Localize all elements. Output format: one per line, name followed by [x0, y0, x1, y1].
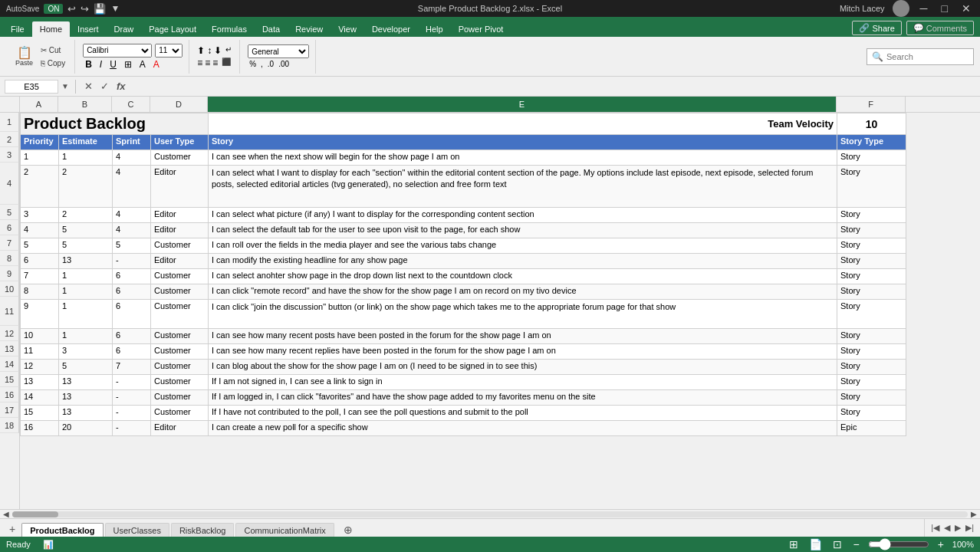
- cell-C3[interactable]: 4: [113, 150, 151, 166]
- cell-F6[interactable]: Story: [837, 223, 906, 238]
- row-num-18[interactable]: 18: [0, 418, 19, 433]
- nav-first-icon[interactable]: |◀: [931, 523, 939, 533]
- cell-D4[interactable]: Editor: [151, 166, 209, 208]
- zoom-out-icon[interactable]: −: [850, 538, 861, 550]
- cell-B9[interactable]: 1: [59, 269, 113, 284]
- col-header-C[interactable]: C: [112, 97, 150, 112]
- nav-last-icon[interactable]: ▶|: [965, 523, 974, 533]
- cell-E7[interactable]: I can roll over the fields in the media …: [209, 238, 837, 254]
- cell-E9[interactable]: I can select anohter show page in the dr…: [209, 269, 837, 284]
- cell-F3[interactable]: Story: [837, 150, 906, 166]
- scroll-right-icon[interactable]: ▶: [971, 510, 977, 518]
- align-right-button[interactable]: ≡: [212, 58, 218, 68]
- cell-C14[interactable]: 7: [113, 360, 151, 375]
- bold-button[interactable]: B: [83, 59, 94, 70]
- cell-B4[interactable]: 2: [59, 166, 113, 208]
- col-header-F[interactable]: F: [837, 97, 906, 112]
- tab-view[interactable]: View: [331, 21, 364, 37]
- cell-F2[interactable]: Story Type: [837, 135, 906, 150]
- view-normal-icon[interactable]: ⊞: [787, 538, 801, 550]
- scroll-track[interactable]: [12, 511, 968, 518]
- cell-E16[interactable]: If I am logged in, I can click "favorite…: [209, 390, 837, 406]
- cell-D7[interactable]: Customer: [151, 238, 209, 254]
- align-left-button[interactable]: ≡: [197, 58, 202, 68]
- row-num-1[interactable]: 1: [0, 113, 19, 132]
- comments-button[interactable]: 💬 Comments: [906, 21, 974, 35]
- row-num-15[interactable]: 15: [0, 372, 19, 387]
- cell-A2[interactable]: Priority: [21, 135, 59, 150]
- cell-reference-input[interactable]: [5, 80, 58, 94]
- cell-B6[interactable]: 5: [59, 223, 113, 238]
- cell-A13[interactable]: 11: [21, 344, 59, 360]
- cell-D2[interactable]: User Type: [151, 135, 209, 150]
- row-num-6[interactable]: 6: [0, 220, 19, 235]
- cell-A14[interactable]: 12: [21, 360, 59, 375]
- cell-B11[interactable]: 1: [59, 300, 113, 329]
- cell-C10[interactable]: 6: [113, 284, 151, 300]
- tab-review[interactable]: Review: [288, 21, 331, 37]
- cell-B13[interactable]: 3: [59, 344, 113, 360]
- cell-E12[interactable]: I can see how many recent posts have bee…: [209, 329, 837, 344]
- row-num-4[interactable]: 4: [0, 163, 19, 205]
- cell-B14[interactable]: 5: [59, 360, 113, 375]
- cell-C5[interactable]: 4: [113, 208, 151, 223]
- nav-next-icon[interactable]: ▶: [955, 523, 961, 533]
- cell-A9[interactable]: 7: [21, 269, 59, 284]
- cell-D9[interactable]: Customer: [151, 269, 209, 284]
- row-num-9[interactable]: 9: [0, 266, 19, 281]
- cell-C15[interactable]: -: [113, 375, 151, 390]
- cell-E2[interactable]: Story: [209, 135, 837, 150]
- restore-button[interactable]: □: [939, 2, 951, 15]
- cell-F11[interactable]: Story: [837, 300, 906, 329]
- row-num-10[interactable]: 10: [0, 281, 19, 297]
- cell-A7[interactable]: 5: [21, 238, 59, 254]
- horizontal-scrollbar[interactable]: ◀ ▶: [0, 509, 980, 518]
- grid-area[interactable]: Product Backlog Team Velocity 10 Priorit…: [20, 113, 980, 509]
- nav-prev-icon[interactable]: ◀: [944, 523, 950, 533]
- cell-B3[interactable]: 1: [59, 150, 113, 166]
- cell-A3[interactable]: 1: [21, 150, 59, 166]
- cell-C7[interactable]: 5: [113, 238, 151, 254]
- cell-F9[interactable]: Story: [837, 269, 906, 284]
- save-icon[interactable]: 💾: [94, 3, 106, 15]
- cell-E11[interactable]: I can click "join the discussion" button…: [209, 300, 837, 329]
- tab-formulas[interactable]: Formulas: [204, 21, 255, 37]
- cell-E15[interactable]: If I am not signed in, I can see a link …: [209, 375, 837, 390]
- cell-D12[interactable]: Customer: [151, 329, 209, 344]
- cell-F10[interactable]: Story: [837, 284, 906, 300]
- cell-F15[interactable]: Story: [837, 375, 906, 390]
- add-sheet-plus[interactable]: ⊕: [339, 522, 357, 537]
- view-page-break-icon[interactable]: ⊡: [830, 538, 844, 550]
- row-num-14[interactable]: 14: [0, 356, 19, 372]
- cell-B18[interactable]: 20: [59, 421, 113, 436]
- cell-D17[interactable]: Customer: [151, 406, 209, 421]
- merge-button[interactable]: ⬛: [220, 58, 232, 68]
- cell-F1[interactable]: 10: [837, 113, 906, 135]
- cell-F8[interactable]: Story: [837, 254, 906, 269]
- cell-C18[interactable]: -: [113, 421, 151, 436]
- cell-E1[interactable]: Team Velocity: [209, 113, 837, 135]
- col-header-E[interactable]: E: [208, 97, 837, 112]
- cell-C2[interactable]: Sprint: [113, 135, 151, 150]
- col-header-B[interactable]: B: [58, 97, 112, 112]
- row-num-8[interactable]: 8: [0, 251, 19, 266]
- italic-button[interactable]: I: [97, 59, 104, 70]
- more-icon[interactable]: ▼: [110, 3, 120, 14]
- cell-C6[interactable]: 4: [113, 223, 151, 238]
- sheet-tab-risk-backlog[interactable]: RiskBacklog: [171, 523, 235, 537]
- cell-C11[interactable]: 6: [113, 300, 151, 329]
- cell-D16[interactable]: Customer: [151, 390, 209, 406]
- tab-data[interactable]: Data: [255, 21, 288, 37]
- tab-file[interactable]: File: [3, 21, 32, 37]
- cell-B16[interactable]: 13: [59, 390, 113, 406]
- cell-A16[interactable]: 14: [21, 390, 59, 406]
- cell-E4[interactable]: I can select what I want to display for …: [209, 166, 837, 208]
- align-middle-button[interactable]: ↕: [207, 45, 212, 56]
- cell-F16[interactable]: Story: [837, 390, 906, 406]
- tab-help[interactable]: Help: [418, 21, 451, 37]
- tab-power-pivot[interactable]: Power Pivot: [451, 21, 511, 37]
- insert-function-icon[interactable]: fx: [114, 80, 128, 92]
- sheet-tab-product-backlog[interactable]: ProductBacklog: [21, 523, 103, 537]
- cell-D13[interactable]: Customer: [151, 344, 209, 360]
- cell-E6[interactable]: I can select the default tab for the use…: [209, 223, 837, 238]
